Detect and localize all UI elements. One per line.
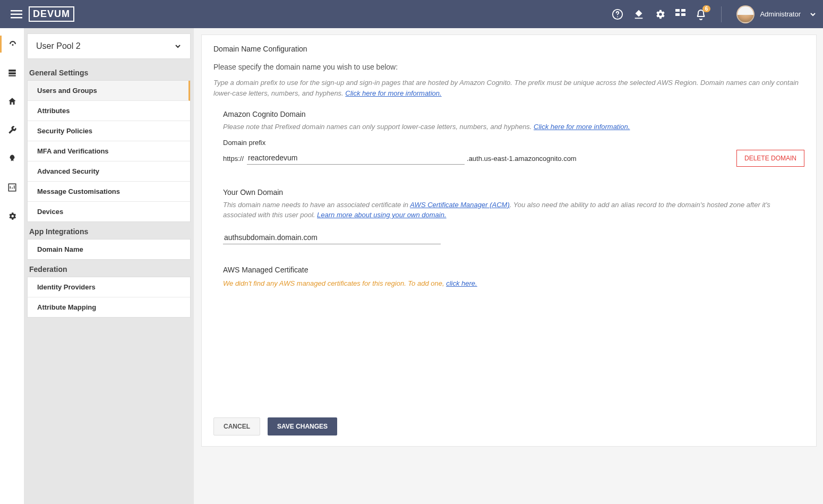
cognito-help-link[interactable]: Click here for more information. (534, 123, 630, 131)
domain-suffix-label: .auth.us-east-1.amazoncognito.com (467, 155, 577, 165)
help-text-body: Type a domain prefix to use for the sign… (213, 79, 799, 97)
nav-item-domain-name[interactable]: Domain Name (28, 240, 190, 259)
logo: DEVUM (29, 6, 74, 22)
https-prefix-label: https:// (223, 155, 244, 165)
rail-home-icon[interactable] (0, 93, 24, 110)
svg-rect-7 (681, 9, 685, 12)
svg-rect-2 (11, 17, 22, 19)
svg-point-4 (618, 16, 619, 17)
rail-settings-icon[interactable] (0, 208, 24, 225)
user-name-label: Administrator (760, 10, 801, 18)
svg-rect-12 (8, 72, 16, 74)
notification-badge: 6 (702, 5, 711, 12)
svg-rect-6 (675, 9, 680, 12)
own-domain-title: Your Own Domain (223, 188, 804, 197)
section-header-general: General Settings (27, 63, 191, 80)
nav-item-advanced-security[interactable]: Advanced Security (28, 161, 190, 182)
nav-list-general: Users and Groups Attributes Security Pol… (27, 80, 191, 222)
nav-list-federation: Identity Providers Attribute Mapping (27, 277, 191, 318)
cert-click-here-link[interactable]: click here. (446, 279, 477, 287)
card-footer: CANCEL SAVE CHANGES (213, 407, 804, 435)
nav-list-app-integrations: Domain Name (27, 239, 191, 260)
pool-select-label: User Pool 2 (36, 41, 81, 51)
cognito-section: Amazon Cognito Domain Please note that P… (213, 110, 804, 167)
cert-warning: We didn't find any AWS managed certifica… (223, 278, 804, 289)
cognito-title: Amazon Cognito Domain (223, 110, 804, 118)
svg-rect-1 (11, 13, 22, 15)
save-button[interactable]: SAVE CHANGES (268, 417, 337, 435)
cognito-help-body: Please note that Prefixed domain names c… (223, 123, 534, 131)
help-link[interactable]: Click here for more information. (345, 89, 441, 97)
config-card: Domain Name Configuration Please specify… (201, 35, 817, 447)
acm-link[interactable]: AWS Certificate Manager (ACM) (410, 201, 510, 209)
user-menu[interactable]: Administrator (736, 5, 817, 23)
nav-item-attributes[interactable]: Attributes (28, 101, 190, 121)
help-text: Type a domain prefix to use for the sign… (213, 78, 804, 98)
own-domain-section: Your Own Domain This domain name needs t… (213, 188, 804, 244)
apps-grid-icon[interactable] (675, 9, 686, 20)
cert-section: AWS Managed Certificate We didn't find a… (213, 266, 804, 289)
domain-prefix-label: Domain prefix (223, 139, 804, 147)
learn-more-link[interactable]: Learn more about using your own domain. (317, 211, 447, 219)
main-content: Domain Name Configuration Please specify… (194, 28, 823, 504)
svg-rect-8 (675, 13, 680, 16)
notifications-icon[interactable]: 6 (696, 8, 706, 20)
svg-rect-5 (635, 18, 643, 19)
app-header: DEVUM 6 Administrator (0, 0, 823, 28)
rail-dashboard-icon[interactable] (0, 36, 24, 53)
rail-server-icon[interactable] (0, 64, 24, 81)
own-domain-input[interactable] (223, 231, 441, 244)
cancel-button[interactable]: CANCEL (213, 417, 260, 435)
lead-text: Please specify the domain name you wish … (213, 63, 804, 71)
nav-item-identity-providers[interactable]: Identity Providers (28, 277, 190, 297)
nav-item-security-policies[interactable]: Security Policies (28, 121, 190, 141)
pool-select[interactable]: User Pool 2 (27, 33, 191, 59)
nav-item-users-groups[interactable]: Users and Groups (28, 81, 190, 101)
menu-toggle-button[interactable] (6, 6, 27, 23)
icon-rail (0, 28, 24, 504)
delete-domain-button[interactable]: DELETE DOMAIN (736, 150, 804, 167)
header-divider (721, 6, 722, 22)
svg-point-10 (12, 44, 14, 46)
domain-prefix-input[interactable] (247, 151, 465, 165)
nav-item-attribute-mapping[interactable]: Attribute Mapping (28, 297, 190, 317)
paint-icon[interactable] (633, 8, 645, 20)
rail-chart-icon[interactable] (0, 179, 24, 196)
section-header-federation: Federation (27, 260, 191, 277)
help-icon[interactable] (612, 8, 623, 20)
own-help-1: This domain name needs to have an associ… (223, 201, 410, 209)
rail-rocket-icon[interactable] (0, 150, 24, 167)
logo-text: DEVUM (29, 6, 74, 22)
cert-warning-body: We didn't find any AWS managed certifica… (223, 279, 446, 287)
svg-rect-11 (8, 70, 16, 72)
svg-rect-13 (8, 75, 16, 76)
nav-item-message-customisations[interactable]: Message Customisations (28, 182, 190, 202)
nav-item-mfa[interactable]: MFA and Verifications (28, 141, 190, 161)
own-domain-help: This domain name needs to have an associ… (223, 200, 804, 220)
settings-gear-icon[interactable] (654, 8, 666, 20)
section-header-app-integrations: App Integrations (27, 222, 191, 239)
sidebar: User Pool 2 General Settings Users and G… (24, 28, 194, 504)
cognito-help: Please note that Prefixed domain names c… (223, 122, 804, 132)
nav-item-devices[interactable]: Devices (28, 202, 190, 221)
chevron-down-icon (809, 11, 817, 18)
avatar (736, 5, 755, 23)
svg-rect-9 (681, 13, 685, 16)
svg-rect-0 (11, 10, 22, 12)
cert-title: AWS Managed Certificate (223, 266, 804, 274)
page-title: Domain Name Configuration (213, 45, 804, 53)
rail-wrench-icon[interactable] (0, 122, 24, 139)
chevron-down-icon (174, 42, 182, 50)
